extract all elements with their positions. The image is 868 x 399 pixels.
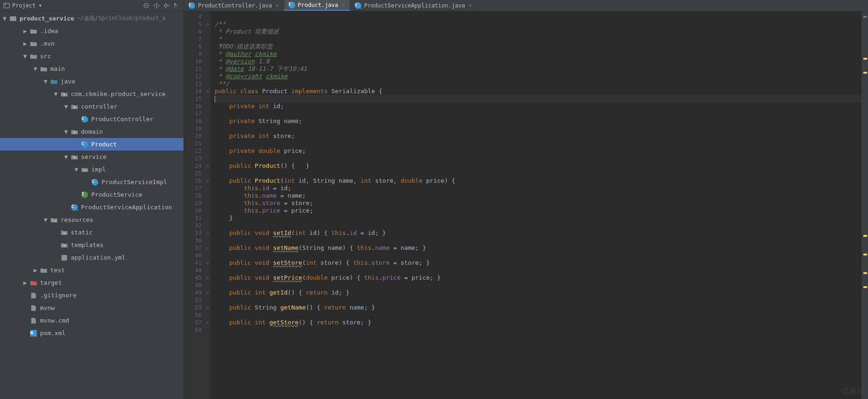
chevron-down-icon[interactable]: ▼	[3, 16, 7, 21]
tree-item-domain[interactable]: ▼domain	[0, 125, 183, 138]
code-line[interactable]	[215, 13, 861, 21]
close-icon[interactable]: ✕	[276, 2, 279, 8]
tree-item-target[interactable]: ▶target	[0, 276, 183, 289]
code-line[interactable]: * Product 简要描述	[215, 28, 861, 35]
marker-warning[interactable]	[863, 235, 867, 237]
code-line[interactable]: public void setName(String name) { this.…	[215, 244, 861, 252]
tree-item-product[interactable]: CProduct	[0, 138, 183, 151]
project-tree[interactable]: ▼ product_service ~/桌面/SprinCloud/produc…	[0, 11, 183, 399]
code-line[interactable]: this.id = id;	[215, 185, 861, 192]
tab-productserviceapplication-java[interactable]: C▸ProductServiceApplication.java✕	[350, 0, 477, 11]
close-icon[interactable]: ✕	[342, 2, 345, 8]
tree-item-application-yml[interactable]: application.yml	[0, 251, 183, 264]
tab-productcontroller-java[interactable]: CProductController.java✕	[184, 0, 284, 11]
tree-item-service[interactable]: ▼service	[0, 151, 183, 163]
chevron-right-icon[interactable]: ▶	[23, 41, 28, 46]
project-dropdown-label[interactable]: Project	[12, 2, 36, 9]
tree-item-productcontroller[interactable]: CProductController	[0, 113, 183, 125]
code-line[interactable]	[215, 267, 861, 274]
code-line[interactable]: /**	[215, 21, 861, 28]
code-line[interactable]: private int id;	[215, 103, 861, 110]
code-line[interactable]	[215, 170, 861, 177]
tree-item-com-ckmike-product-service[interactable]: ▼com.ckmike.product_service	[0, 88, 183, 100]
code-line[interactable]: * @date 18-11-7 下午10:41	[215, 65, 861, 73]
tree-item-controller[interactable]: ▼controller	[0, 100, 183, 113]
code-line[interactable]	[215, 110, 861, 117]
tree-item--mvn[interactable]: ▶.mvn	[0, 37, 183, 50]
code-line[interactable]	[215, 125, 861, 132]
chevron-down-icon[interactable]: ▼	[64, 104, 69, 109]
marker-warning[interactable]	[863, 58, 867, 60]
hide-icon[interactable]	[173, 2, 181, 9]
split-icon[interactable]	[153, 2, 160, 9]
chevron-down-icon[interactable]: ▼	[44, 79, 48, 84]
dropdown-icon[interactable]: ▾	[39, 2, 42, 9]
chevron-down-icon[interactable]: ▼	[75, 167, 79, 172]
tree-item-pom-xml[interactable]: mpom.xml	[0, 327, 183, 339]
code-content[interactable]: /** * Product 简要描述 * TODO:描述该类职责 * * @au…	[211, 11, 861, 399]
code-line[interactable]: * @copyright ckmike	[215, 73, 861, 80]
code-line[interactable]: * @author ckmike	[215, 50, 861, 58]
tree-item-src[interactable]: ▼src	[0, 50, 183, 62]
code-line[interactable]	[215, 282, 861, 289]
chevron-down-icon[interactable]: ▼	[44, 218, 48, 222]
code-line[interactable]: public String getName() { return name; }	[215, 304, 861, 311]
code-line[interactable]: private String name;	[215, 117, 861, 125]
code-line[interactable]: this.name = name;	[215, 192, 861, 200]
chevron-down-icon[interactable]: ▼	[64, 155, 69, 159]
code-line[interactable]	[215, 296, 861, 304]
tree-item-productserviceimpl[interactable]: CProductServiceImpl	[0, 176, 183, 188]
marker-warning[interactable]	[863, 254, 867, 255]
tree-item--idea[interactable]: ▶.idea	[0, 25, 183, 37]
marker-gutter[interactable]	[861, 11, 868, 399]
close-icon[interactable]: ✕	[469, 2, 472, 8]
code-line[interactable]: this.price = price;	[215, 207, 861, 214]
code-line[interactable]	[215, 95, 861, 103]
fold-gutter[interactable]: ⊟⊟⊟⊟⊟⊟⊟⊟⊟⊟⊟	[204, 11, 211, 399]
chevron-right-icon[interactable]: ▶	[34, 268, 38, 273]
tree-item-mvnw[interactable]: mvnw	[0, 302, 183, 314]
code-editor[interactable]: 4567891011121314151617181920212223242526…	[184, 11, 868, 399]
code-line[interactable]	[215, 311, 861, 319]
code-line[interactable]: private double price;	[215, 147, 861, 155]
chevron-down-icon[interactable]: ▼	[23, 54, 28, 59]
chevron-down-icon[interactable]: ▼	[34, 67, 38, 71]
chevron-right-icon[interactable]: ▶	[23, 281, 28, 285]
code-line[interactable]: **/	[215, 80, 861, 88]
tree-item-impl[interactable]: ▼impl	[0, 163, 183, 176]
code-line[interactable]: public void setId(int id) { this.id = id…	[215, 229, 861, 237]
code-line[interactable]: public int getStore() { return store; }	[215, 319, 861, 326]
gear-icon[interactable]	[163, 2, 170, 9]
collapse-icon[interactable]	[142, 2, 150, 9]
tree-item-productserviceapplication[interactable]: C▸ProductServiceApplication	[0, 201, 183, 213]
code-line[interactable]: * TODO:描述该类职责	[215, 35, 861, 43]
code-line[interactable]	[215, 252, 861, 259]
tree-item--gitignore[interactable]: .gitignore	[0, 289, 183, 302]
code-line[interactable]: public Product() { }	[215, 162, 861, 170]
tab-product-java[interactable]: CProduct.java✕	[284, 0, 350, 11]
code-line[interactable]	[215, 237, 861, 244]
code-line[interactable]: public void setPrice(double price) { thi…	[215, 274, 861, 282]
chevron-down-icon[interactable]: ▼	[64, 130, 69, 134]
tree-item-main[interactable]: ▼main	[0, 62, 183, 75]
tree-item-static[interactable]: static	[0, 226, 183, 239]
code-line[interactable]: public int getId() { return id; }	[215, 289, 861, 296]
code-line[interactable]	[215, 326, 861, 334]
tree-item-templates[interactable]: templates	[0, 239, 183, 251]
marker-warning[interactable]	[863, 72, 867, 74]
marker-info[interactable]	[863, 16, 867, 18]
code-line[interactable]	[215, 140, 861, 147]
code-line[interactable]: }	[215, 214, 861, 222]
tree-root[interactable]: ▼ product_service ~/桌面/SprinCloud/produc…	[0, 12, 183, 25]
tree-item-productservice[interactable]: IProductService	[0, 188, 183, 201]
tree-item-mvnw-cmd[interactable]: mvnw.cmd	[0, 314, 183, 327]
code-line[interactable]: * @version 1.0	[215, 58, 861, 65]
code-line[interactable]	[215, 155, 861, 162]
code-line[interactable]: *	[215, 43, 861, 50]
tree-item-java[interactable]: ▼java	[0, 75, 183, 88]
chevron-right-icon[interactable]: ▶	[23, 29, 28, 34]
tree-item-test[interactable]: ▶test	[0, 264, 183, 276]
marker-warning[interactable]	[863, 286, 867, 288]
marker-warning[interactable]	[863, 272, 867, 274]
code-line[interactable]: this.store = store;	[215, 200, 861, 207]
